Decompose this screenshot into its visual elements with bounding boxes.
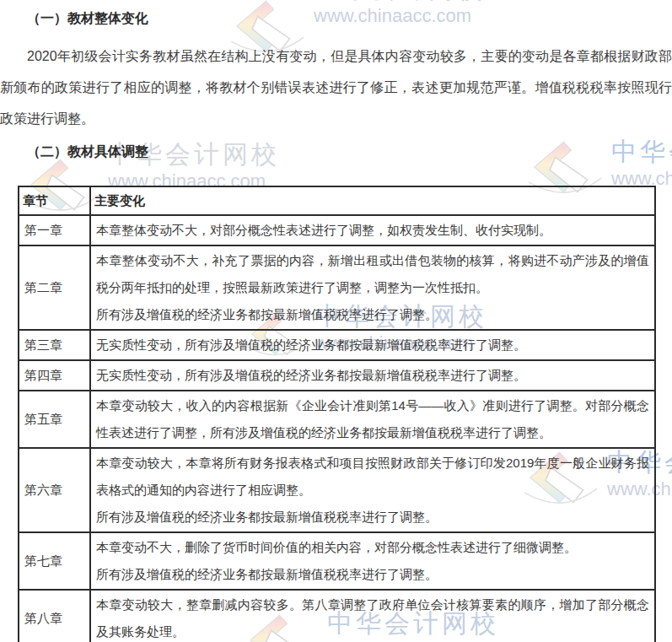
table-row: 第二章 本章整体变动不大，补充了票据的内容，新增出租或出借包装物的核算，将购进不… — [19, 245, 655, 330]
chapter-cell: 第七章 — [19, 532, 90, 590]
table-header-row: 章节 主要变化 — [19, 186, 655, 215]
change-cell: 本章变动较大，收入的内容根据新《企业会计准则第14号——收入》准则进行了调整。对… — [90, 391, 655, 448]
chapter-changes-table: 章节 主要变化 第一章 本章整体变动不大，对部分概念性表述进行了调整，如权责发生… — [18, 186, 656, 642]
change-cell: 本章变动较大，本章将所有财务报表格式和项目按照财政部关于修订印发2019年度一般… — [90, 448, 655, 532]
table-row: 第六章 本章变动较大，本章将所有财务报表格式和项目按照财政部关于修订印发2019… — [19, 448, 655, 532]
table-row: 第五章 本章变动较大，收入的内容根据新《企业会计准则第14号——收入》准则进行了… — [19, 391, 655, 448]
chapter-cell: 第六章 — [19, 448, 90, 532]
table-row: 第四章 无实质性变动，所有涉及增值税的经济业务都按最新增值税税率进行了调整。 — [19, 360, 655, 391]
table-row: 第八章 本章变动较大，整章删减内容较多。第八章调整了政府单位会计核算要素的顺序，… — [19, 590, 655, 642]
chapter-cell: 第二章 — [19, 245, 90, 330]
change-cell: 本章变动较大，整章删减内容较多。第八章调整了政府单位会计核算要素的顺序，增加了部… — [90, 590, 655, 642]
change-cell: 本章整体变动不大，对部分概念性表述进行了调整，如权责发生制、收付实现制。 — [90, 215, 655, 245]
watermark-url: www.chinaacc.com — [314, 7, 486, 25]
section-heading-overall-changes: （一）教材整体变化 — [27, 10, 148, 28]
chapter-cell: 第四章 — [19, 360, 90, 391]
table-row: 第三章 无实质性变动，所有涉及增值税的经济业务都按最新增值税税率进行了调整。 — [19, 330, 655, 360]
change-cell: 本章整体变动不大，补充了票据的内容，新增出租或出借包装物的核算，将购进不动产涉及… — [90, 245, 655, 330]
column-header-chapter: 章节 — [19, 186, 90, 215]
section-heading-specific-adjustments: （二）教材具体调整 — [27, 143, 148, 161]
change-cell: 无实质性变动，所有涉及增值税的经济业务都按最新增值税税率进行了调整。 — [90, 360, 655, 391]
column-header-main-changes: 主要变化 — [90, 186, 655, 215]
table-row: 第七章 本章变动不大，删除了货币时间价值的相关内容，对部分概念性表述进行了细微调… — [19, 532, 655, 590]
chapter-cell: 第五章 — [19, 391, 90, 448]
change-cell: 本章变动不大，删除了货币时间价值的相关内容，对部分概念性表述进行了细微调整。 所… — [90, 532, 655, 590]
watermark-brand: 中华会计网校 — [314, 0, 486, 2]
change-cell: 无实质性变动，所有涉及增值税的经济业务都按最新增值税税率进行了调整。 — [90, 330, 655, 360]
overview-paragraph: 2020年初级会计实务教材虽然在结构上没有变动，但是具体内容变动较多，主要的变动… — [0, 40, 672, 134]
chapter-cell: 第八章 — [19, 590, 90, 642]
table-row: 第一章 本章整体变动不大，对部分概念性表述进行了调整，如权责发生制、收付实现制。 — [19, 215, 655, 245]
chapter-cell: 第一章 — [19, 215, 90, 245]
watermark-brand: 中华会计网校 — [611, 139, 672, 165]
chapter-cell: 第三章 — [19, 330, 90, 360]
